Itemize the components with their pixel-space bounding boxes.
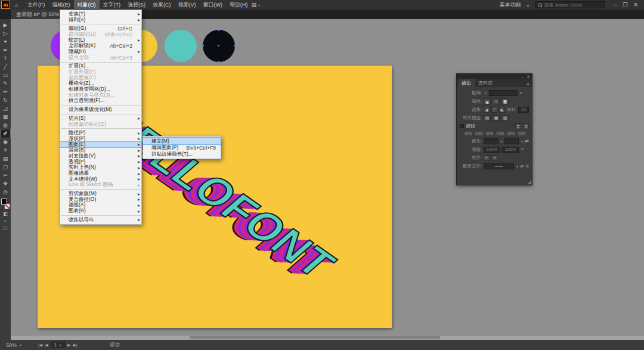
menu-item[interactable]: 显示全部 Alt+Ctrl+3 ▸ — [60, 55, 141, 61]
menu-item[interactable]: ▸ — [61, 114, 141, 114]
menubar-menu[interactable]: 对象(O) — [74, 0, 100, 10]
previous-artboard-icon[interactable]: ◀ — [45, 343, 48, 348]
swap-arrowheads-icon[interactable]: ⇄ — [525, 138, 529, 144]
menu-item[interactable]: Line 和 Sketch 图稿 ▸ — [60, 182, 141, 188]
panel-menu-icon[interactable]: ≡ — [527, 82, 532, 87]
menu-item[interactable]: 创建裁切标记(C) ▸ — [60, 122, 141, 128]
menu-item[interactable]: 收集以导出 ▸ — [60, 217, 141, 223]
tool-button[interactable]: ◍ — [1, 121, 10, 129]
tool-button[interactable]: ✂ — [1, 171, 10, 179]
close-button[interactable]: ✕ — [633, 2, 638, 8]
submenu-item[interactable]: 建立(M) — [143, 138, 221, 144]
menubar-menu[interactable]: 帮助(H) — [226, 0, 252, 10]
toolbar-extra-button[interactable]: ◧ — [1, 210, 10, 218]
tool-button[interactable]: ✦ — [1, 38, 10, 46]
align-arrow-tip-button[interactable]: ⊢ — [484, 155, 490, 161]
cap-round-button[interactable]: ◖ — [493, 98, 500, 104]
zoom-level[interactable]: 50% — [6, 342, 17, 348]
arrowhead-end-field[interactable] — [504, 138, 519, 144]
tab-stroke[interactable]: 描边 — [458, 79, 475, 87]
first-artboard-icon[interactable]: |◀ — [38, 343, 42, 348]
tool-button[interactable]: ✐ — [1, 129, 10, 138]
artboard-number-field[interactable]: 1 ▾ — [51, 342, 65, 348]
tool-button[interactable]: ✳ — [1, 146, 10, 154]
tool-button[interactable]: ✏ — [1, 88, 10, 96]
stepper-icon[interactable]: ⇕ — [484, 91, 487, 95]
home-icon[interactable]: ⌂ — [15, 2, 18, 8]
horizontal-scrollbar[interactable] — [11, 336, 644, 340]
menu-item[interactable]: ▸ — [61, 24, 141, 24]
color-dot-teal[interactable] — [165, 30, 197, 62]
weight-dropdown-icon[interactable]: ▾ — [520, 91, 522, 95]
weight-field[interactable] — [489, 90, 518, 96]
tool-button[interactable]: ✎ — [1, 79, 10, 88]
menu-item[interactable]: 图表(R) ▸ — [60, 208, 141, 214]
submenu-item[interactable]: 编辑图案(P) Shift+Ctrl+F8 — [143, 144, 221, 151]
anchor-point[interactable] — [218, 61, 219, 63]
arrowhead-start-field[interactable] — [484, 138, 499, 144]
align-arrow-end-button[interactable]: ⊣ — [491, 155, 497, 161]
align-center-button[interactable]: ▤ — [484, 115, 491, 121]
anchor-point[interactable] — [234, 45, 236, 47]
dash-preserve-button[interactable]: ⊏ — [515, 123, 521, 129]
corner-miter-button[interactable]: ◢ — [484, 107, 490, 113]
panel-collapse-icon[interactable]: – — [521, 74, 524, 79]
tool-button[interactable]: ◿ — [1, 104, 10, 113]
tool-button[interactable]: ▷ — [1, 29, 10, 38]
scale-start-field[interactable]: 100% — [484, 147, 500, 153]
submenu-item[interactable]: 拼贴边缘颜色(T)... — [143, 151, 221, 157]
fill-swatch[interactable] — [1, 199, 7, 205]
corner-round-button[interactable]: ◠ — [491, 107, 497, 113]
link-scale-icon[interactable]: ∞ — [521, 147, 524, 152]
menu-item[interactable]: 拼合透明度(F)... ▸ — [60, 98, 141, 104]
menu-item[interactable]: ▸ — [61, 128, 141, 129]
dash-align-button[interactable]: ⊐ — [523, 123, 529, 129]
menubar-menu[interactable]: 效果(C) — [149, 0, 175, 10]
menu-item[interactable]: 设为像素级优化(M) ▸ — [60, 107, 141, 113]
cap-butt-button[interactable]: ▄ — [484, 98, 491, 104]
tool-button[interactable]: ▦ — [1, 113, 10, 121]
tool-button[interactable]: ◉ — [1, 138, 10, 146]
profile-dropdown[interactable]: —— — [484, 163, 514, 169]
tool-button[interactable]: ▭ — [1, 71, 10, 79]
toolbar-extra-button[interactable]: ○ — [1, 218, 10, 225]
menubar-menu[interactable]: 窗口(W) — [200, 0, 227, 10]
tool-button[interactable]: ▤ — [1, 154, 10, 163]
menu-item[interactable]: ▸ — [61, 105, 141, 106]
tool-button[interactable]: ╱ — [1, 63, 10, 71]
menu-item[interactable]: 排列(A) ▸ — [60, 17, 141, 23]
color-dot-black-selected[interactable] — [203, 30, 235, 62]
search-input[interactable] — [544, 2, 602, 8]
workspace-dropdown-icon[interactable]: ⌄ — [526, 2, 531, 8]
flip-along-icon[interactable]: ⇄ — [520, 164, 524, 169]
toolbar-extra-button[interactable]: ▢ — [1, 225, 10, 232]
menubar-menu[interactable]: 选择(S) — [124, 0, 149, 10]
minimize-button[interactable]: – — [614, 2, 617, 8]
menubar-menu[interactable]: 文件(F) — [24, 0, 49, 10]
menu-item[interactable]: ▸ — [61, 189, 141, 190]
zoom-dropdown-icon[interactable]: ▾ — [20, 343, 21, 347]
menu-item[interactable]: ▸ — [61, 62, 141, 63]
tab-transparency[interactable]: 透明度 — [475, 79, 496, 87]
last-artboard-icon[interactable]: ▶| — [73, 343, 77, 348]
dropdown-icon[interactable]: ▾ — [521, 139, 523, 143]
tool-button[interactable]: T — [1, 54, 10, 63]
arrange-documents-icon[interactable]: ▤ — [252, 2, 258, 8]
panel-resize-grip[interactable] — [528, 181, 531, 184]
tool-button[interactable]: ↻ — [1, 96, 10, 104]
stock-search[interactable] — [535, 1, 605, 8]
tool-button[interactable]: ▢ — [1, 163, 10, 171]
scrollbar-thumb[interactable] — [190, 336, 440, 339]
workspace-switcher[interactable]: 基本功能 — [500, 1, 521, 9]
dropdown-icon[interactable]: ▾ — [501, 139, 503, 143]
menu-item[interactable]: ▸ — [61, 215, 141, 216]
align-inside-button[interactable]: ▦ — [493, 115, 500, 121]
fill-stroke-swatches[interactable] — [1, 199, 10, 209]
restore-button[interactable]: ❐ — [623, 2, 627, 8]
menubar-menu[interactable]: 视图(V) — [175, 0, 200, 10]
artboard-dropdown-icon[interactable]: ▾ — [60, 343, 61, 347]
dropdown-icon[interactable]: ▾ — [516, 164, 518, 168]
menubar-menu[interactable]: 编辑(E) — [49, 0, 74, 10]
dashed-line-checkbox[interactable] — [460, 124, 464, 128]
anchor-point[interactable] — [218, 29, 219, 31]
